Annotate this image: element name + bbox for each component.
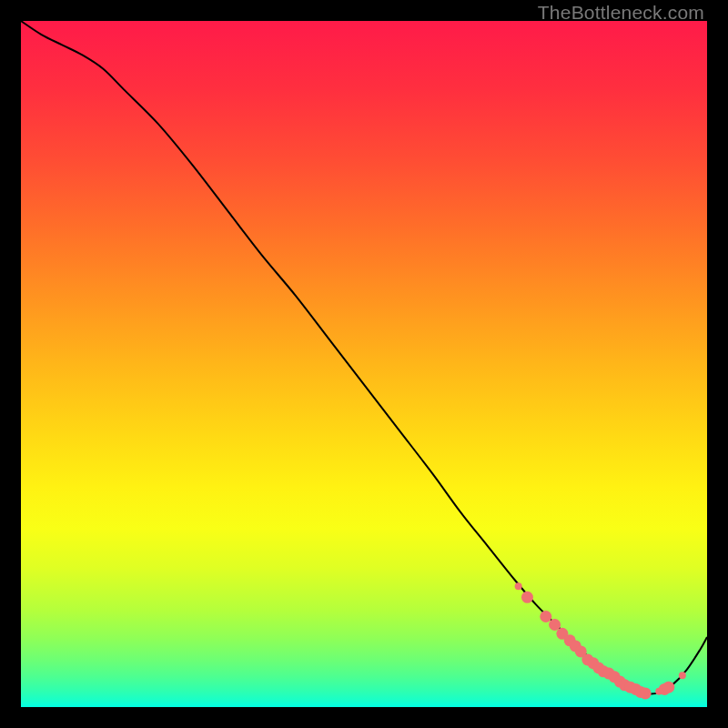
marker-dot	[521, 592, 533, 603]
marker-dot	[640, 687, 652, 699]
gradient-background	[21, 21, 707, 707]
marker-dot	[515, 582, 522, 590]
marker-dot	[679, 672, 686, 679]
marker-dot	[540, 611, 551, 622]
marker-dot	[662, 682, 674, 693]
watermark-text: TheBottleneck.com	[538, 2, 704, 24]
chart-svg	[21, 21, 707, 707]
chart-frame	[21, 21, 707, 707]
